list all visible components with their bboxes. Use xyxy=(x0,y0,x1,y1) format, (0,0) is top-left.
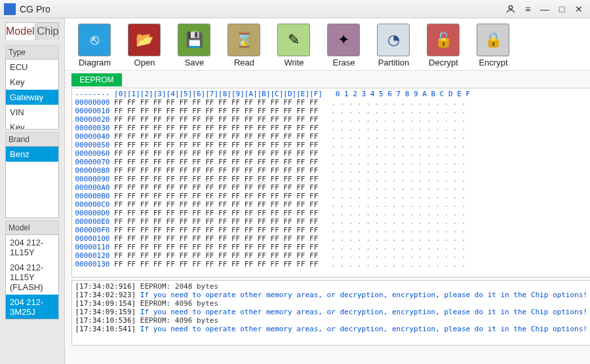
decrypt-button[interactable]: 🔓Decrypt xyxy=(422,24,465,67)
tab-model[interactable]: Model xyxy=(5,22,35,40)
write-icon: ✎ xyxy=(277,24,310,56)
partition-button[interactable]: ◔Partition xyxy=(372,24,415,67)
hex-row[interactable]: 00000010 FF FF FF FF FF FF FF FF FF FF F… xyxy=(75,107,587,115)
tool-label: Decrypt xyxy=(429,58,458,67)
read-icon: ⌛ xyxy=(227,24,260,56)
hex-editor[interactable]: -------- [0][1][2][3][4][5][6][7][8][9][… xyxy=(71,88,590,278)
erase-icon: ✦ xyxy=(327,24,360,56)
section-type-label: Type xyxy=(5,45,59,59)
encrypt-icon: 🔒 xyxy=(477,24,509,56)
memory-tab-eeprom[interactable]: EEPROM xyxy=(71,73,121,86)
log-line: [17:34:02:923] If you need to operate ot… xyxy=(75,291,587,299)
menu-icon[interactable]: ≡ xyxy=(521,2,535,16)
list-item[interactable]: Key xyxy=(6,75,58,90)
hex-row[interactable]: 00000000 FF FF FF FF FF FF FF FF FF FF F… xyxy=(75,98,587,107)
type-list[interactable]: ECUKeyGatewayVINKey Refresh xyxy=(5,59,59,130)
tool-label: Open xyxy=(134,58,155,67)
tool-label: Partition xyxy=(378,58,410,67)
hex-row[interactable]: 000000C0 FF FF FF FF FF FF FF FF FF FF F… xyxy=(75,200,587,209)
diagram-icon: ⎋ xyxy=(78,24,111,56)
log-line: [17:34:09:154] EEPROM: 4096 bytes xyxy=(75,299,587,308)
hex-row[interactable]: 000000D0 FF FF FF FF FF FF FF FF FF FF F… xyxy=(75,209,587,217)
list-item[interactable]: Gateway xyxy=(6,90,58,105)
hex-row[interactable]: 000000E0 FF FF FF FF FF FF FF FF FF FF F… xyxy=(75,217,587,226)
tool-label: Save xyxy=(185,58,205,67)
window-title: CG Pro xyxy=(20,4,50,14)
tool-label: Encrypt xyxy=(479,58,507,67)
log-line: [17:34:02:916] EEPROM: 2048 bytes xyxy=(75,282,587,291)
hex-header: -------- [0][1][2][3][4][5][6][7][8][9][… xyxy=(75,90,587,98)
save-button[interactable]: 💾Save xyxy=(172,24,216,67)
hex-row[interactable]: 00000080 FF FF FF FF FF FF FF FF FF FF F… xyxy=(75,166,587,175)
tab-chip[interactable]: Chip xyxy=(37,22,60,40)
list-item[interactable]: ECU xyxy=(6,60,58,75)
hex-row[interactable]: 00000060 FF FF FF FF FF FF FF FF FF FF F… xyxy=(75,149,587,158)
hex-row[interactable]: 00000130 FF FF FF FF FF FF FF FF FF FF F… xyxy=(75,260,587,268)
close-icon[interactable]: ✕ xyxy=(572,2,586,16)
log-line: [17:34:09:159] If you need to operate ot… xyxy=(75,308,587,316)
section-model-label: Model xyxy=(5,221,59,234)
list-item[interactable]: Benz xyxy=(6,147,58,162)
hex-row[interactable]: 000000A0 FF FF FF FF FF FF FF FF FF FF F… xyxy=(75,183,587,192)
write-button[interactable]: ✎Write xyxy=(272,24,315,67)
hex-row[interactable]: 00000110 FF FF FF FF FF FF FF FF FF FF F… xyxy=(75,243,587,251)
brand-list[interactable]: Benz xyxy=(5,146,59,218)
hex-row[interactable]: 000000B0 FF FF FF FF FF FF FF FF FF FF F… xyxy=(75,192,587,200)
app-logo xyxy=(4,3,16,15)
tool-label: Diagram xyxy=(79,58,111,67)
save-icon: 💾 xyxy=(178,24,210,56)
log-line: [17:34:10:541] If you need to operate ot… xyxy=(75,325,587,333)
hex-row[interactable]: 00000100 FF FF FF FF FF FF FF FF FF FF F… xyxy=(75,234,587,243)
hex-row[interactable]: 00000120 FF FF FF FF FF FF FF FF FF FF F… xyxy=(75,251,587,260)
list-item[interactable]: 204 212-3M25J xyxy=(6,295,58,319)
decrypt-icon: 🔓 xyxy=(427,24,460,56)
log-panel[interactable]: [17:34:02:916] EEPROM: 2048 bytes[17:34:… xyxy=(71,280,590,346)
hex-row[interactable]: 000000F0 FF FF FF FF FF FF FF FF FF FF F… xyxy=(75,226,587,234)
maximize-icon[interactable]: □ xyxy=(555,2,569,16)
erase-button[interactable]: ✦Erase xyxy=(322,24,365,67)
hex-row[interactable]: 00000090 FF FF FF FF FF FF FF FF FF FF F… xyxy=(75,175,587,183)
toolbar: ⎋Diagram📂Open💾Save⌛Read✎Write✦Erase◔Part… xyxy=(65,18,590,71)
minimize-icon[interactable]: — xyxy=(538,2,552,16)
encrypt-button[interactable]: 🔒Encrypt xyxy=(471,24,515,67)
hex-row[interactable]: 00000030 FF FF FF FF FF FF FF FF FF FF F… xyxy=(75,124,587,132)
open-icon: 📂 xyxy=(128,24,161,56)
tool-label: Read xyxy=(234,58,254,67)
sidebar: Model Chip Type ECUKeyGatewayVINKey Refr… xyxy=(0,18,65,364)
titlebar: CG Pro ≡ — □ ✕ xyxy=(0,0,590,18)
hex-row[interactable]: 00000040 FF FF FF FF FF FF FF FF FF FF F… xyxy=(75,132,587,141)
log-line: [17:34:10:536] EEPROM: 4096 bytes xyxy=(75,316,587,325)
tool-label: Write xyxy=(284,58,304,67)
section-brand-label: Brand xyxy=(5,132,59,146)
list-item[interactable]: Key Refresh xyxy=(6,120,58,130)
diagram-button[interactable]: ⎋Diagram xyxy=(73,24,116,67)
open-button[interactable]: 📂Open xyxy=(123,24,166,67)
list-item[interactable]: 204 212-1L15Y xyxy=(6,235,58,260)
tool-label: Erase xyxy=(333,58,355,67)
hex-row[interactable]: 00000020 FF FF FF FF FF FF FF FF FF FF F… xyxy=(75,115,587,124)
user-icon[interactable] xyxy=(503,2,518,16)
list-item[interactable]: 204 212-1L15Y (FLASH) xyxy=(6,260,58,295)
hex-row[interactable]: 00000050 FF FF FF FF FF FF FF FF FF FF F… xyxy=(75,141,587,149)
read-button[interactable]: ⌛Read xyxy=(222,24,266,67)
hex-row[interactable]: 00000070 FF FF FF FF FF FF FF FF FF FF F… xyxy=(75,158,587,166)
model-list[interactable]: 204 212-1L15Y204 212-1L15Y (FLASH)204 21… xyxy=(5,234,59,319)
list-item[interactable]: VIN xyxy=(6,105,58,120)
svg-point-0 xyxy=(509,5,512,9)
partition-icon: ◔ xyxy=(377,24,410,56)
